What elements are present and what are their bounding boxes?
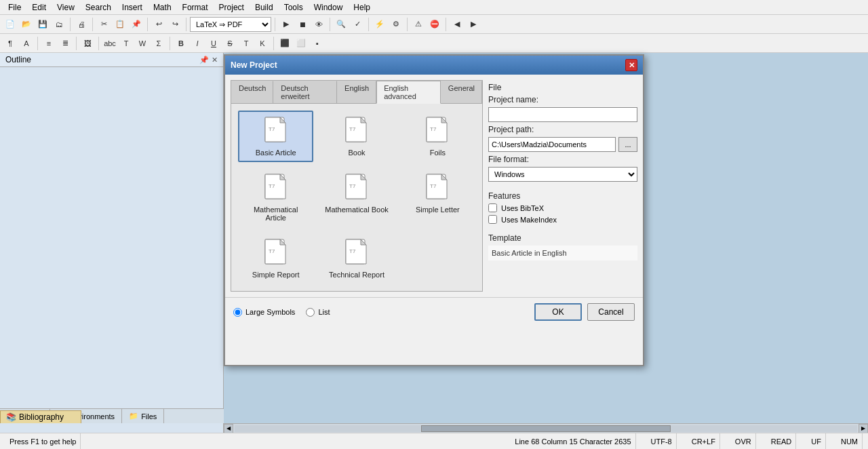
project-name-label: Project name: [488,95,637,104]
bibtex-row: Uses BibTeX [488,203,637,212]
simple-report-icon: T7 [264,238,288,268]
template-math-article-label: Mathematical Article [243,206,308,222]
svg-text:T7: T7 [349,248,356,254]
dialog-button-group: OK Cancel [534,303,635,321]
simple-letter-icon: T7 [425,173,450,203]
foils-icon: T7 [425,116,450,146]
tab-deutsch-erweitert[interactable]: Deutsch erweitert [273,81,337,103]
template-section-title: Template [488,233,637,243]
file-format-label: File format: [488,155,637,164]
dialog-body: Deutsch Deutsch erweitert English Englis… [225,75,643,297]
technical-report-icon: T7 [344,238,369,268]
list-radio-label: List [318,308,330,316]
dialog-bottom-bar: Large Symbols List OK Cancel [225,297,643,326]
features-section-title: Features [488,191,637,201]
svg-text:T7: T7 [269,126,275,132]
large-symbols-label: Large Symbols [245,308,295,316]
template-simple-report[interactable]: T7 Simple Report [238,233,313,284]
template-math-book-label: Mathematical Book [325,206,389,214]
basic-article-icon: T7 [264,116,288,146]
template-value: Basic Article in English [488,246,637,260]
math-article-icon: T7 [264,173,288,203]
makeindex-row: Uses MakeIndex [488,215,637,224]
makeindex-checkbox[interactable] [488,215,497,224]
template-foils-label: Foils [430,149,446,157]
dialog-left-panel: Deutsch Deutsch erweitert English Englis… [231,80,483,292]
tab-deutsch[interactable]: Deutsch [231,81,273,103]
template-simple-letter-label: Simple Letter [416,206,460,214]
browse-button[interactable]: ... [618,137,637,152]
template-basic-article[interactable]: T7 Basic Article [238,111,313,162]
new-project-dialog: New Project ✕ Deutsch Deutsch erweitert … [224,54,644,366]
project-path-label: Project path: [488,125,637,134]
template-grid: T7 Basic Article T7 Book [231,104,482,291]
svg-text:T7: T7 [430,126,437,132]
tab-english-advanced[interactable]: English advanced [376,81,441,104]
dialog-right-panel: File Project name: Project path: ... Fil… [488,80,637,292]
large-symbols-radio[interactable] [233,308,242,317]
large-symbols-radio-row: Large Symbols [233,308,295,317]
bibtex-checkbox[interactable] [488,203,497,212]
tab-general[interactable]: General [441,81,482,103]
svg-text:T7: T7 [349,183,356,189]
file-section-title: File [488,83,637,92]
makeindex-label: Uses MakeIndex [501,216,557,224]
template-basic-article-label: Basic Article [256,149,296,157]
template-technical-report-label: Technical Report [329,271,384,279]
list-radio-row: List [306,308,330,317]
dialog-title: New Project [231,60,277,70]
file-format-select[interactable]: Windows Unix Mac [488,167,637,182]
template-technical-report[interactable]: T7 Technical Report [319,233,394,284]
project-path-row: ... [488,137,637,152]
template-simple-letter[interactable]: T7 Simple Letter [400,168,475,227]
features-section: Features Uses BibTeX Uses MakeIndex [488,189,637,224]
dialog-titlebar: New Project ✕ [225,56,643,75]
project-path-input[interactable] [488,137,616,152]
project-name-input[interactable] [488,107,637,122]
svg-text:T7: T7 [349,126,356,132]
template-book-label: Book [348,149,365,157]
template-foils[interactable]: T7 Foils [400,111,475,162]
template-math-article[interactable]: T7 Mathematical Article [238,168,313,227]
template-simple-report-label: Simple Report [252,271,300,279]
bibtex-label: Uses BibTeX [501,204,544,212]
math-book-icon: T7 [344,173,369,203]
list-radio[interactable] [306,308,315,317]
template-section: Template Basic Article in English [488,231,637,260]
dialog-overlay: New Project ✕ Deutsch Deutsch erweitert … [0,0,868,449]
template-math-book[interactable]: T7 Mathematical Book [319,168,394,227]
template-book[interactable]: T7 Book [319,111,394,162]
ok-button[interactable]: OK [534,303,582,321]
svg-text:T7: T7 [430,183,437,189]
svg-text:T7: T7 [269,248,275,254]
dialog-tab-bar: Deutsch Deutsch erweitert English Englis… [231,81,482,104]
book-icon: T7 [344,116,369,146]
view-mode-radio-group: Large Symbols List [233,308,330,317]
dialog-close-button[interactable]: ✕ [625,59,637,71]
cancel-button[interactable]: Cancel [587,303,635,321]
svg-text:T7: T7 [269,183,275,189]
file-section: File Project name: Project path: ... Fil… [488,80,637,182]
tab-english[interactable]: English [337,81,376,103]
